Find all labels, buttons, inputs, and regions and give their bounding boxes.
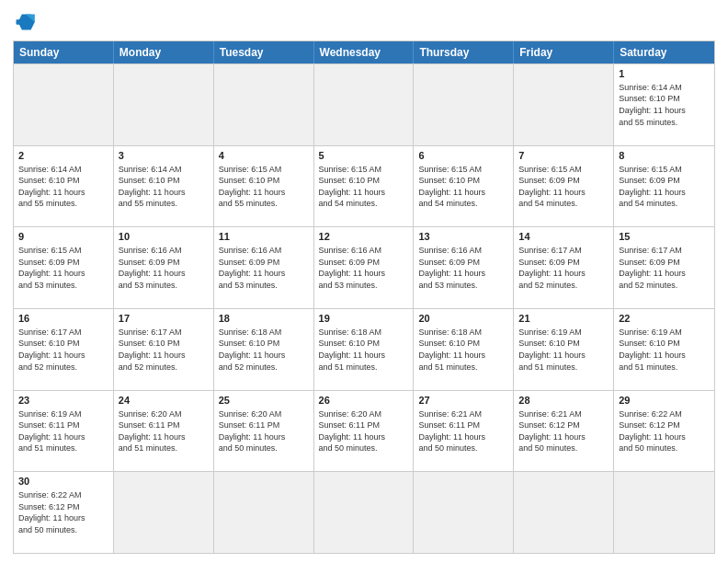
cal-cell: 8Sunrise: 6:15 AM Sunset: 6:09 PM Daylig… — [614, 146, 714, 227]
day-info: Sunrise: 6:20 AM Sunset: 6:11 PM Dayligh… — [219, 408, 309, 454]
cal-cell: 25Sunrise: 6:20 AM Sunset: 6:11 PM Dayli… — [214, 391, 314, 472]
cal-cell: 20Sunrise: 6:18 AM Sunset: 6:10 PM Dayli… — [414, 309, 514, 390]
cal-cell: 15Sunrise: 6:17 AM Sunset: 6:09 PM Dayli… — [614, 227, 714, 308]
cal-cell — [114, 64, 214, 145]
weekday-header-sunday: Sunday — [14, 41, 114, 63]
day-number: 14 — [518, 230, 609, 244]
page: SundayMondayTuesdayWednesdayThursdayFrid… — [0, 0, 728, 563]
day-info: Sunrise: 6:15 AM Sunset: 6:10 PM Dayligh… — [319, 164, 409, 210]
logo — [13, 9, 42, 35]
day-info: Sunrise: 6:14 AM Sunset: 6:10 PM Dayligh… — [619, 82, 710, 128]
cal-cell: 3Sunrise: 6:14 AM Sunset: 6:10 PM Daylig… — [114, 146, 214, 227]
cal-cell: 13Sunrise: 6:16 AM Sunset: 6:09 PM Dayli… — [414, 227, 514, 308]
day-info: Sunrise: 6:20 AM Sunset: 6:11 PM Dayligh… — [119, 408, 209, 454]
day-number: 18 — [219, 312, 309, 326]
cal-cell — [114, 472, 214, 553]
day-number: 28 — [518, 394, 609, 408]
cal-cell: 4Sunrise: 6:15 AM Sunset: 6:10 PM Daylig… — [214, 146, 314, 227]
cal-cell: 16Sunrise: 6:17 AM Sunset: 6:10 PM Dayli… — [14, 309, 114, 390]
day-info: Sunrise: 6:16 AM Sunset: 6:09 PM Dayligh… — [319, 245, 409, 291]
cal-cell — [614, 472, 714, 553]
cal-cell: 18Sunrise: 6:18 AM Sunset: 6:10 PM Dayli… — [214, 309, 314, 390]
day-number: 7 — [518, 149, 609, 163]
day-info: Sunrise: 6:18 AM Sunset: 6:10 PM Dayligh… — [418, 327, 508, 373]
cal-cell: 17Sunrise: 6:17 AM Sunset: 6:10 PM Dayli… — [114, 309, 214, 390]
day-number: 29 — [619, 394, 710, 408]
logo-icon — [13, 9, 39, 35]
week-row-4: 16Sunrise: 6:17 AM Sunset: 6:10 PM Dayli… — [14, 308, 714, 390]
day-number: 16 — [18, 312, 108, 326]
day-number: 9 — [18, 230, 108, 244]
day-info: Sunrise: 6:15 AM Sunset: 6:09 PM Dayligh… — [619, 164, 710, 210]
day-number: 5 — [319, 149, 409, 163]
day-number: 27 — [418, 394, 508, 408]
cal-cell: 9Sunrise: 6:15 AM Sunset: 6:09 PM Daylig… — [14, 227, 114, 308]
day-number: 6 — [418, 149, 508, 163]
day-number: 24 — [119, 394, 209, 408]
cal-cell: 12Sunrise: 6:16 AM Sunset: 6:09 PM Dayli… — [314, 227, 415, 308]
week-row-5: 23Sunrise: 6:19 AM Sunset: 6:11 PM Dayli… — [14, 390, 714, 472]
day-number: 26 — [319, 394, 409, 408]
cal-cell: 22Sunrise: 6:19 AM Sunset: 6:10 PM Dayli… — [614, 309, 714, 390]
cal-cell: 23Sunrise: 6:19 AM Sunset: 6:11 PM Dayli… — [14, 391, 114, 472]
calendar-body: 1Sunrise: 6:14 AM Sunset: 6:10 PM Daylig… — [14, 63, 714, 553]
day-info: Sunrise: 6:15 AM Sunset: 6:10 PM Dayligh… — [418, 164, 508, 210]
day-info: Sunrise: 6:15 AM Sunset: 6:10 PM Dayligh… — [219, 164, 309, 210]
cal-cell: 27Sunrise: 6:21 AM Sunset: 6:11 PM Dayli… — [414, 391, 514, 472]
cal-cell: 7Sunrise: 6:15 AM Sunset: 6:09 PM Daylig… — [514, 146, 614, 227]
day-number: 30 — [18, 475, 108, 488]
cal-cell — [314, 472, 415, 553]
cal-cell — [414, 64, 514, 145]
day-info: Sunrise: 6:21 AM Sunset: 6:12 PM Dayligh… — [518, 408, 609, 454]
cal-cell: 6Sunrise: 6:15 AM Sunset: 6:10 PM Daylig… — [414, 146, 514, 227]
day-number: 15 — [619, 230, 710, 244]
day-number: 13 — [418, 230, 508, 244]
svg-rect-2 — [17, 19, 27, 25]
day-number: 21 — [518, 312, 609, 326]
calendar: SundayMondayTuesdayWednesdayThursdayFrid… — [13, 40, 715, 554]
cal-cell: 26Sunrise: 6:20 AM Sunset: 6:11 PM Dayli… — [314, 391, 415, 472]
week-row-1: 1Sunrise: 6:14 AM Sunset: 6:10 PM Daylig… — [14, 63, 714, 145]
calendar-header: SundayMondayTuesdayWednesdayThursdayFrid… — [14, 41, 714, 63]
cal-cell: 5Sunrise: 6:15 AM Sunset: 6:10 PM Daylig… — [314, 146, 415, 227]
cal-cell: 21Sunrise: 6:19 AM Sunset: 6:10 PM Dayli… — [514, 309, 614, 390]
day-info: Sunrise: 6:20 AM Sunset: 6:11 PM Dayligh… — [319, 408, 409, 454]
cal-cell — [314, 64, 415, 145]
day-info: Sunrise: 6:22 AM Sunset: 6:12 PM Dayligh… — [18, 489, 108, 535]
cal-cell: 11Sunrise: 6:16 AM Sunset: 6:09 PM Dayli… — [214, 227, 314, 308]
day-info: Sunrise: 6:19 AM Sunset: 6:10 PM Dayligh… — [619, 327, 710, 373]
cal-cell: 28Sunrise: 6:21 AM Sunset: 6:12 PM Dayli… — [514, 391, 614, 472]
weekday-header-saturday: Saturday — [614, 41, 714, 63]
weekday-header-wednesday: Wednesday — [314, 41, 415, 63]
weekday-header-friday: Friday — [514, 41, 614, 63]
day-number: 1 — [619, 67, 710, 81]
cal-cell: 30Sunrise: 6:22 AM Sunset: 6:12 PM Dayli… — [14, 472, 114, 553]
day-info: Sunrise: 6:17 AM Sunset: 6:10 PM Dayligh… — [119, 327, 209, 373]
cal-cell — [414, 472, 514, 553]
day-number: 12 — [319, 230, 409, 244]
cal-cell: 1Sunrise: 6:14 AM Sunset: 6:10 PM Daylig… — [614, 64, 714, 145]
cal-cell: 2Sunrise: 6:14 AM Sunset: 6:10 PM Daylig… — [14, 146, 114, 227]
day-number: 22 — [619, 312, 710, 326]
cal-cell: 14Sunrise: 6:17 AM Sunset: 6:09 PM Dayli… — [514, 227, 614, 308]
header — [13, 9, 715, 35]
weekday-header-monday: Monday — [114, 41, 214, 63]
day-info: Sunrise: 6:18 AM Sunset: 6:10 PM Dayligh… — [319, 327, 409, 373]
day-info: Sunrise: 6:21 AM Sunset: 6:11 PM Dayligh… — [418, 408, 508, 454]
day-number: 17 — [119, 312, 209, 326]
day-number: 8 — [619, 149, 710, 163]
day-info: Sunrise: 6:15 AM Sunset: 6:09 PM Dayligh… — [518, 164, 609, 210]
week-row-3: 9Sunrise: 6:15 AM Sunset: 6:09 PM Daylig… — [14, 226, 714, 308]
day-info: Sunrise: 6:16 AM Sunset: 6:09 PM Dayligh… — [119, 245, 209, 291]
day-info: Sunrise: 6:14 AM Sunset: 6:10 PM Dayligh… — [18, 164, 108, 210]
day-number: 23 — [18, 394, 108, 408]
cal-cell: 19Sunrise: 6:18 AM Sunset: 6:10 PM Dayli… — [314, 309, 415, 390]
day-info: Sunrise: 6:18 AM Sunset: 6:10 PM Dayligh… — [219, 327, 309, 373]
cal-cell — [214, 472, 314, 553]
day-info: Sunrise: 6:19 AM Sunset: 6:10 PM Dayligh… — [518, 327, 609, 373]
day-info: Sunrise: 6:16 AM Sunset: 6:09 PM Dayligh… — [219, 245, 309, 291]
cal-cell — [14, 64, 114, 145]
weekday-header-thursday: Thursday — [414, 41, 514, 63]
day-number: 2 — [18, 149, 108, 163]
day-number: 3 — [119, 149, 209, 163]
